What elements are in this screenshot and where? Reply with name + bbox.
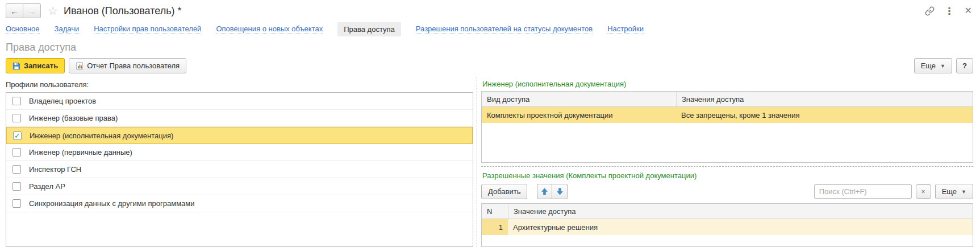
main-content: Профили пользователя: Владелец проектов …	[0, 77, 980, 247]
forward-button[interactable]: →	[23, 3, 41, 18]
tab-nastroyki-prav[interactable]: Настройки прав пользователей	[94, 24, 201, 34]
chevron-down-icon: ▼	[961, 189, 966, 195]
title-bar: ← → ☆ Иванов (Пользователь) * ⋮ ✕	[0, 0, 980, 22]
cell-allowed-value: Архитектурные решения	[508, 219, 973, 235]
column-header-znacheniya-dostupa[interactable]: Значения доступа	[676, 92, 973, 106]
allowed-more-button[interactable]: Еще ▼	[935, 184, 973, 199]
allowed-toolbar: Добавить ×	[481, 183, 973, 203]
cell-access-values: Все запрещены, кроме 1 значения	[676, 107, 973, 123]
allowed-section-title: Разрешенные значения (Комплекты проектно…	[481, 168, 973, 183]
add-button[interactable]: Добавить	[481, 184, 527, 199]
move-down-button[interactable]	[552, 184, 568, 199]
tab-opoveshcheniya[interactable]: Оповещения о новых объектах	[216, 24, 323, 34]
vertical-splitter[interactable]	[473, 77, 481, 247]
menu-kebab-icon[interactable]: ⋮	[945, 6, 954, 16]
close-icon[interactable]: ✕	[965, 6, 972, 15]
app-window: ← → ☆ Иванов (Пользователь) * ⋮ ✕ Основн…	[0, 0, 980, 247]
table-row[interactable]: 1 Архитектурные решения	[482, 219, 973, 235]
profile-label: Синхронизация данных с другими программа…	[29, 199, 195, 208]
arrow-down-icon	[556, 188, 564, 195]
profile-row-inzhener-ispolnitelnaya[interactable]: ✓ Инженер (исполнительная документация)	[6, 127, 473, 144]
checkbox-unchecked[interactable]	[12, 165, 21, 174]
more-button-label: Еще	[921, 61, 936, 70]
column-header-n[interactable]: N	[482, 204, 508, 219]
access-kinds-table: Вид доступа Значения доступа Комплекты п…	[481, 91, 973, 163]
profiles-label: Профили пользователя:	[6, 77, 473, 92]
save-icon	[12, 62, 20, 70]
profile-row-razdel-ar[interactable]: Раздел АР	[6, 178, 473, 195]
profile-row-inspektor-gsn[interactable]: Инспектор ГСН	[6, 161, 473, 178]
move-up-button[interactable]	[537, 184, 552, 199]
profile-label: Инженер (базовые права)	[29, 114, 118, 122]
tab-zadachi[interactable]: Задачи	[55, 24, 80, 34]
save-button-label: Записать	[24, 61, 58, 70]
access-section-title: Инженер (исполнительная документация)	[481, 77, 973, 91]
table-header: N Значение доступа	[482, 204, 973, 219]
column-header-znachenie-dostupa[interactable]: Значение доступа	[508, 204, 973, 219]
nav-tabs: Основное Задачи Настройки прав пользоват…	[0, 22, 980, 37]
profiles-list: Владелец проектов Инженер (базовые права…	[6, 92, 473, 247]
clear-icon: ×	[921, 188, 925, 196]
profile-label: Раздел АР	[29, 182, 65, 191]
tab-osnovnoe[interactable]: Основное	[6, 24, 40, 34]
table-header: Вид доступа Значения доступа	[482, 92, 973, 107]
report-button-label: Отчет Права пользователя	[87, 61, 180, 70]
checkbox-unchecked[interactable]	[12, 182, 21, 191]
search-input[interactable]	[814, 184, 912, 199]
more-button-label: Еще	[942, 187, 957, 196]
cell-row-number: 1	[482, 219, 508, 235]
checkbox-unchecked[interactable]	[12, 199, 21, 208]
profile-label: Инспектор ГСН	[29, 165, 81, 174]
tab-nastroyki[interactable]: Настройки	[607, 24, 644, 34]
profile-row-sinkhronizatsiya[interactable]: Синхронизация данных с другими программа…	[6, 195, 473, 212]
tab-razresheniya-statusy[interactable]: Разрешения пользователей на статусы доку…	[416, 24, 593, 34]
save-button[interactable]: Записать	[6, 58, 65, 73]
favorite-star-icon[interactable]: ☆	[48, 4, 58, 18]
link-icon[interactable]	[925, 6, 935, 16]
checkbox-checked[interactable]: ✓	[13, 131, 22, 140]
profile-label: Инженер (исполнительная документация)	[30, 131, 173, 140]
report-icon	[76, 62, 84, 70]
history-nav: ← →	[6, 3, 41, 18]
titlebar-actions: ⋮ ✕	[925, 6, 972, 16]
help-button[interactable]: ?	[956, 58, 973, 73]
profile-label: Владелец проектов	[29, 97, 96, 105]
tab-prava-dostupa[interactable]: Права доступа	[337, 22, 401, 36]
back-button[interactable]: ←	[6, 3, 23, 18]
page-title: Права доступа	[0, 37, 980, 57]
cell-access-kind: Комплекты проектной документации	[482, 107, 676, 123]
profile-row-inzhener-pervichnye[interactable]: Инженер (первичные данные)	[6, 144, 473, 161]
profile-label: Инженер (первичные данные)	[29, 148, 132, 157]
window-title: Иванов (Пользователь) *	[64, 5, 182, 17]
profile-row-vladelets[interactable]: Владелец проектов	[6, 93, 473, 110]
clear-search-button[interactable]: ×	[916, 184, 931, 199]
main-toolbar: Записать Отчет Права пользователя Еще ▼ …	[0, 57, 980, 77]
column-header-vid-dostupa[interactable]: Вид доступа	[482, 92, 676, 106]
chevron-down-icon: ▼	[940, 63, 945, 69]
help-button-label: ?	[962, 61, 967, 70]
checkbox-unchecked[interactable]	[12, 97, 21, 105]
arrow-up-icon	[541, 188, 548, 195]
forward-icon: →	[28, 6, 36, 16]
more-button[interactable]: Еще ▼	[914, 58, 952, 73]
profile-row-inzhener-bazovye[interactable]: Инженер (базовые права)	[6, 110, 473, 127]
allowed-values-table: N Значение доступа 1 Архитектурные решен…	[481, 203, 973, 247]
profiles-panel: Профили пользователя: Владелец проектов …	[0, 77, 473, 247]
access-panel: Инженер (исполнительная документация) Ви…	[481, 77, 973, 247]
back-icon: ←	[10, 6, 19, 16]
table-row[interactable]: Комплекты проектной документации Все зап…	[482, 107, 973, 123]
checkbox-unchecked[interactable]	[12, 148, 21, 157]
report-button[interactable]: Отчет Права пользователя	[69, 58, 186, 73]
add-button-label: Добавить	[488, 187, 520, 196]
checkbox-unchecked[interactable]	[12, 114, 21, 122]
reorder-buttons	[537, 184, 568, 199]
